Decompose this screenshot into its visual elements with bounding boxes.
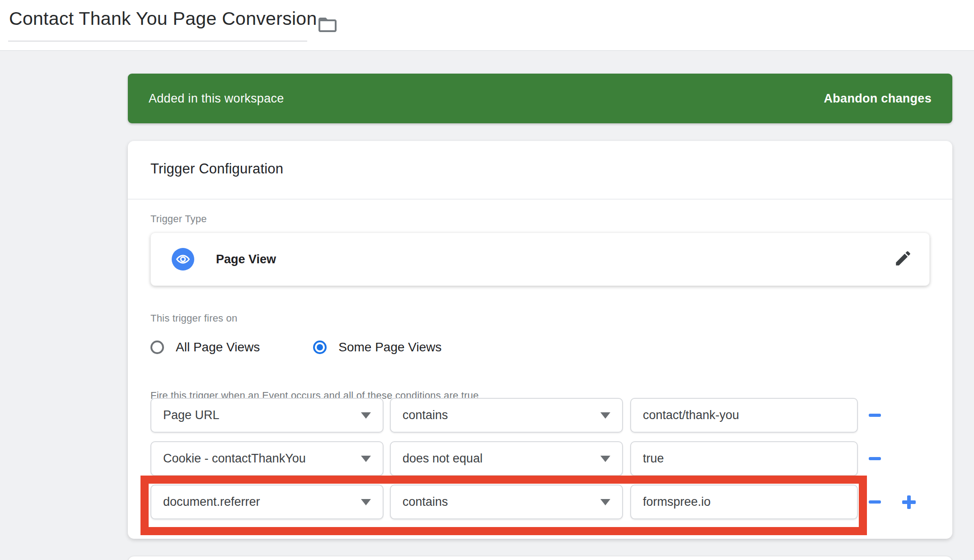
workspace-banner: Added in this workspace Abandon changes [128,74,952,123]
value-input[interactable]: contact/thank-you [630,398,858,433]
trigger-type-selector[interactable]: Page View [150,233,930,286]
value-input-text: contact/thank-you [643,408,739,422]
radio-some-page-views-label[interactable]: Some Page Views [338,340,441,355]
minus-icon [869,457,881,460]
minus-icon [869,414,881,417]
card-title: Trigger Configuration [150,161,283,177]
top-bar: Contact Thank You Page Conversion [0,0,974,51]
fires-on-label: This trigger fires on [150,313,238,324]
dropdown-caret-icon [361,456,371,462]
variable-dropdown-value: Cookie - contactThankYou [163,452,306,466]
operator-dropdown[interactable]: contains [390,485,623,519]
trigger-type-name: Page View [216,252,276,266]
edit-trigger-button[interactable] [892,248,914,270]
plus-icon [902,495,916,509]
radio-some-page-views[interactable] [313,341,327,354]
folder-button[interactable] [316,14,339,37]
value-input[interactable]: formspree.io [630,485,858,519]
pencil-edit-icon [894,249,913,270]
eye-icon [172,248,194,271]
value-input-text: formspree.io [643,495,711,509]
value-input-text: true [643,452,664,466]
operator-dropdown-value: does not equal [403,452,482,466]
variable-dropdown[interactable]: document.referrer [150,485,384,519]
dropdown-caret-icon [600,412,610,419]
minus-icon [869,500,881,504]
variable-dropdown-value: Page URL [163,408,220,422]
dropdown-caret-icon [361,499,371,505]
dropdown-caret-icon [361,412,371,419]
variable-dropdown[interactable]: Page URL [150,398,384,433]
add-condition-button[interactable] [898,485,920,519]
page-title: Contact Thank You Page Conversion [9,8,317,29]
condition-row-highlighted: document.referrer contains formspree.io [128,485,952,519]
trigger-type-label: Trigger Type [150,213,207,225]
dropdown-caret-icon [600,499,610,505]
title-underline [8,41,307,42]
operator-dropdown-value: contains [403,408,448,422]
remove-condition-button[interactable] [863,398,886,433]
variable-dropdown[interactable]: Cookie - contactThankYou [150,441,384,476]
operator-dropdown[interactable]: contains [390,398,623,433]
variable-dropdown-value: document.referrer [163,495,260,509]
abandon-changes-button[interactable]: Abandon changes [824,92,932,106]
value-input[interactable]: true [630,441,858,476]
condition-row: Cookie - contactThankYou does not equal … [128,441,952,476]
fires-on-radio-group: All Page Views Some Page Views [150,335,442,359]
dropdown-caret-icon [600,456,610,462]
workspace-status-text: Added in this workspace [149,92,284,106]
operator-dropdown[interactable]: does not equal [390,441,623,476]
gtm-trigger-editor: Contact Thank You Page Conversion Added … [0,0,974,560]
next-section-card [128,556,952,560]
remove-condition-button[interactable] [863,441,886,476]
radio-all-page-views-label[interactable]: All Page Views [176,340,260,355]
card-divider [128,199,952,200]
remove-condition-button[interactable] [863,485,886,519]
radio-all-page-views[interactable] [150,341,164,354]
operator-dropdown-value: contains [403,495,448,509]
condition-row: Page URL contains contact/thank-you [128,398,952,433]
folder-icon [317,14,338,37]
trigger-configuration-card: Trigger Configuration Trigger Type Page … [128,141,952,539]
